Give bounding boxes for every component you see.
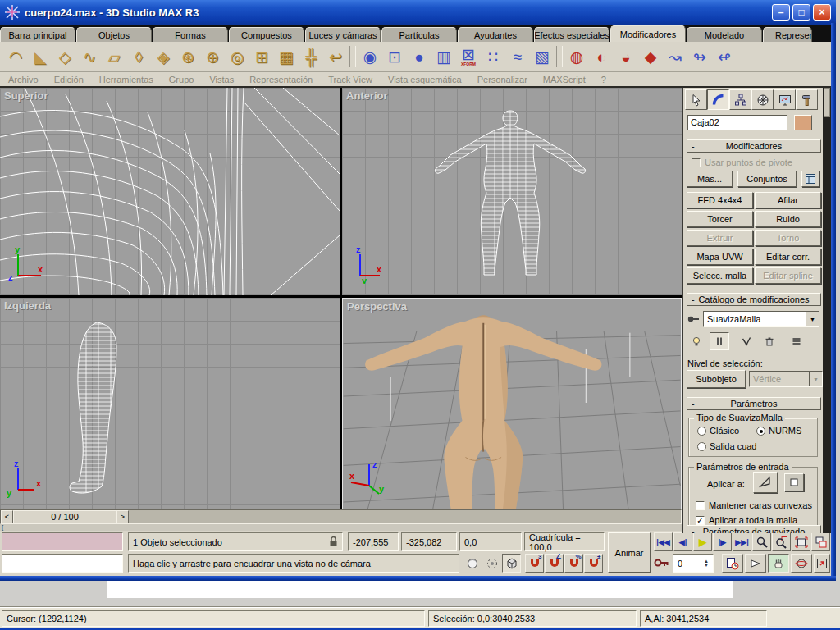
modifier-button[interactable]: Afilar (755, 192, 821, 208)
sets-window-icon[interactable] (801, 171, 819, 187)
maxscript-listener-pink[interactable] (2, 532, 123, 551)
scatter-icon[interactable]: ◍ (564, 44, 589, 69)
shelf-tab[interactable]: Efectos especiales (534, 27, 609, 42)
object-name-field[interactable]: Caja02 (687, 115, 788, 130)
snap-3d-icon[interactable]: 3 (525, 554, 544, 573)
tab-create[interactable] (685, 89, 707, 110)
more-button[interactable]: Más... (687, 171, 733, 187)
menu-item[interactable]: MAXScript (543, 75, 586, 84)
maxscript-listener-white[interactable] (2, 554, 123, 573)
maximize-button[interactable]: □ (792, 4, 810, 21)
snap-angle-icon[interactable]: ∠ (545, 554, 564, 573)
close-button[interactable]: × (813, 4, 831, 21)
menu-item[interactable]: Track View (328, 75, 372, 84)
viewport-superior[interactable]: Superior (0, 88, 340, 295)
pan-arrow-icon[interactable] (745, 554, 766, 573)
modifier-button[interactable]: Ruido (755, 211, 821, 227)
subobject-button[interactable]: Subobjeto (687, 370, 746, 388)
menu-item[interactable]: Herramientas (99, 75, 153, 84)
bend-icon[interactable]: ◠ (3, 44, 28, 69)
displace-globe-icon[interactable]: ◐ (589, 44, 614, 69)
menu-item[interactable]: Vista esquemática (388, 75, 462, 84)
shelf-tab[interactable]: Modificadores (610, 25, 686, 42)
ffd-points-icon[interactable]: ∷ (481, 44, 505, 69)
remove-modifier-trash-icon[interactable] (760, 332, 779, 350)
shelf-tab[interactable]: Formas (153, 27, 228, 42)
menu-item[interactable]: Personalizar (477, 75, 527, 84)
xform-icon[interactable]: ⊠ XFORM (456, 44, 481, 69)
play-button[interactable]: ▶ (693, 532, 712, 551)
ffd-lattice-icon[interactable]: ▦ (274, 44, 299, 69)
explode-icon[interactable]: ⊛ (176, 44, 200, 69)
tab-utilities[interactable] (796, 89, 818, 110)
cylinder-icon[interactable]: ▥ (431, 44, 456, 69)
radio-nurms[interactable]: NURMS (756, 426, 801, 436)
spline-edit-icon[interactable]: ↝ (663, 44, 687, 69)
zoom-icon[interactable] (752, 532, 771, 551)
squeeze-icon[interactable]: ◈ (151, 44, 176, 69)
sets-button[interactable]: Conjuntos (737, 171, 797, 187)
shelf-tab[interactable]: Ayudantes (458, 27, 533, 42)
viewport-label-perspectiva[interactable]: Perspectiva (347, 300, 407, 313)
camera-icon[interactable]: ◉ (358, 44, 382, 69)
noise-icon[interactable]: ∿ (77, 44, 102, 69)
ffd-box-icon[interactable]: ⊞ (249, 44, 274, 69)
previous-frame-button[interactable]: ◀| (673, 532, 692, 551)
tab-motion[interactable] (751, 89, 774, 110)
toolbar-divider[interactable] (349, 46, 356, 67)
modifier-button[interactable]: Editar spline (755, 267, 821, 284)
snap-spinner-icon[interactable]: ± (584, 554, 603, 573)
radio-classic[interactable]: Clásico (697, 426, 739, 436)
minimize-button[interactable]: – (772, 4, 790, 21)
object-color-swatch[interactable] (794, 115, 812, 130)
menu-item[interactable]: Vistas (209, 75, 234, 84)
zoom-region-icon[interactable] (772, 532, 791, 551)
rollout-modifiers[interactable]: - Modificadores (687, 139, 821, 153)
keep-convex-checkbox[interactable]: Mantener caras convexas (696, 500, 812, 510)
ripple-icon[interactable]: ◎ (225, 44, 249, 69)
radio-quad-output[interactable]: Salida cuad (697, 441, 757, 451)
lattice-cube-icon[interactable]: ▧ (530, 44, 555, 69)
modifier-button[interactable]: Mapa UVW (687, 249, 753, 265)
menu-item[interactable]: Edición (54, 75, 84, 84)
coord-x-field[interactable]: -207,555 (348, 532, 399, 551)
key-mode-icon[interactable] (654, 557, 670, 570)
shelf-tab[interactable]: Objetos (76, 27, 152, 42)
render-dotted-sphere-icon[interactable] (482, 554, 501, 573)
zoom-extents-icon[interactable] (792, 532, 810, 551)
frame-spinner[interactable]: ▲▼ (704, 559, 709, 568)
coord-y-field[interactable]: -325,082 (401, 532, 457, 551)
time-slider-thumb[interactable]: 0 / 100 (13, 510, 116, 523)
go-to-end-button[interactable]: ▶▶| (733, 532, 751, 551)
go-to-start-button[interactable]: |◀◀ (654, 532, 673, 551)
viewport-perspectiva[interactable]: Perspectiva (342, 298, 682, 509)
animate-button[interactable]: Animar (608, 532, 651, 573)
shelf-tab[interactable]: Compuestos (229, 27, 304, 42)
linked-xform-icon[interactable]: ⊡ (382, 44, 407, 69)
rollout-parameters[interactable]: - Parámetros (687, 397, 821, 410)
skew-icon[interactable]: ▱ (102, 44, 126, 69)
current-frame-field[interactable]: 0 ▲▼ (673, 554, 714, 573)
mirror-icon[interactable]: ↩ (323, 44, 348, 69)
render-sphere-icon[interactable] (463, 554, 482, 573)
viewport-anterior[interactable]: Anterior z (342, 88, 682, 295)
shelf-tab[interactable]: Barra principal (0, 27, 75, 42)
active-toggle-bulb-icon[interactable] (687, 332, 706, 350)
modifier-button[interactable]: Torno (755, 230, 821, 246)
track-bar[interactable]: [ (0, 524, 682, 531)
show-end-result-icon[interactable] (737, 332, 756, 350)
modifier-button[interactable]: Torcer (687, 211, 753, 227)
make-unique-icon[interactable] (710, 332, 729, 350)
sphere-icon[interactable]: ● (407, 44, 431, 69)
zoom-extents-all-icon[interactable] (811, 532, 830, 551)
arc-rotate-icon[interactable] (791, 554, 812, 573)
taper-icon[interactable]: ◣ (28, 44, 52, 69)
surface-icon[interactable]: ◆ (638, 44, 663, 69)
coord-z-field[interactable]: 0,0 (459, 532, 522, 551)
spray-icon[interactable]: ≈ (505, 44, 530, 69)
snap-percent-icon[interactable]: % (564, 554, 583, 573)
tab-display[interactable] (774, 89, 796, 110)
use-pivot-checkbox[interactable]: Usar puntos de pivote (692, 158, 792, 167)
modifier-button[interactable]: Extruir (687, 230, 753, 246)
toolbar-divider-2[interactable] (556, 46, 563, 67)
